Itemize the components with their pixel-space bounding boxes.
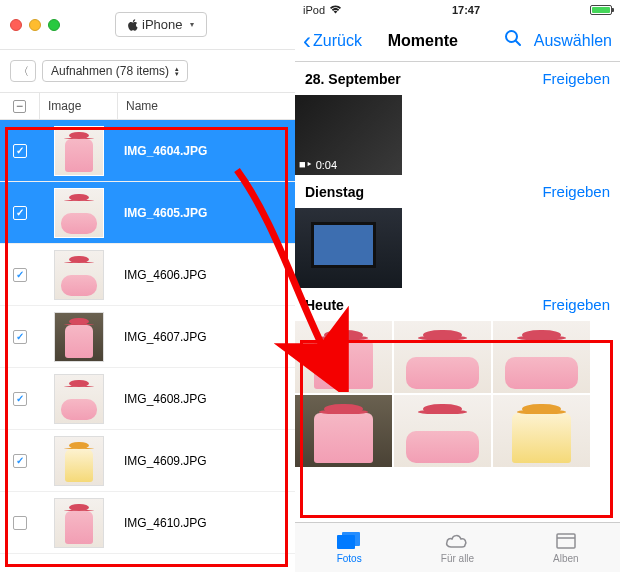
chevron-left-icon: ‹ [303, 29, 311, 53]
table-row[interactable]: IMG_4605.JPG [0, 182, 295, 244]
window-controls [10, 19, 60, 31]
photo-thumbnail[interactable] [295, 321, 392, 393]
tab-albums[interactable]: Alben [512, 523, 620, 572]
svg-line-1 [516, 41, 520, 45]
header-name[interactable]: Name [118, 93, 295, 119]
photo-thumbnail[interactable] [295, 395, 392, 467]
row-checkbox[interactable] [0, 144, 40, 158]
maximize-icon[interactable] [48, 19, 60, 31]
row-thumbnail [40, 250, 118, 300]
share-button[interactable]: Freigeben [542, 70, 610, 87]
row-thumbnail [40, 312, 118, 362]
status-time: 17:47 [342, 4, 590, 16]
svg-rect-3 [342, 532, 360, 546]
tab-shared[interactable]: Für alle [403, 523, 511, 572]
table-row[interactable]: IMG_4606.JPG [0, 244, 295, 306]
row-filename: IMG_4608.JPG [118, 392, 295, 406]
updown-icon: ▴▾ [175, 66, 179, 76]
row-checkbox[interactable] [0, 516, 40, 530]
header-image[interactable]: Image [40, 93, 118, 119]
minimize-icon[interactable] [29, 19, 41, 31]
ios-status-bar: iPod 17:47 [295, 0, 620, 20]
share-button[interactable]: Freigeben [542, 183, 610, 200]
row-thumbnail [40, 188, 118, 238]
row-checkbox[interactable] [0, 268, 40, 282]
table-row[interactable]: IMG_4609.JPG [0, 430, 295, 492]
photo-thumbnail[interactable] [295, 208, 402, 288]
page-title: Momente [342, 32, 504, 50]
chevron-down-icon: ▾ [190, 20, 194, 29]
ios-nav-bar: ‹ Zurück Momente Auswählen [295, 20, 620, 62]
row-checkbox[interactable] [0, 206, 40, 220]
row-filename: IMG_4605.JPG [118, 206, 295, 220]
row-filename: IMG_4604.JPG [118, 144, 295, 158]
video-thumbnail[interactable]: ■‣0:04 [295, 95, 402, 175]
row-checkbox[interactable] [0, 392, 40, 406]
header-checkbox[interactable]: − [0, 93, 40, 119]
video-icon: ■‣ [299, 158, 312, 171]
apple-icon [128, 19, 138, 31]
photo-grid [295, 321, 620, 467]
table-row[interactable]: IMG_4608.JPG [0, 368, 295, 430]
section-title: 28. September [305, 71, 542, 87]
section-header: 28. SeptemberFreigeben [295, 62, 620, 95]
battery-icon [590, 5, 612, 15]
ios-tabbar: Fotos Für alle Alben [295, 522, 620, 572]
tab-label: Alben [553, 553, 579, 564]
table-row[interactable]: IMG_4610.JPG [0, 492, 295, 554]
share-button[interactable]: Freigeben [542, 296, 610, 313]
row-checkbox[interactable] [0, 330, 40, 344]
photo-thumbnail[interactable] [493, 395, 590, 467]
photos-icon [336, 531, 362, 551]
close-icon[interactable] [10, 19, 22, 31]
photo-thumbnail[interactable] [394, 395, 491, 467]
wifi-icon [329, 5, 342, 16]
folder-label: Aufnahmen (78 items) [51, 64, 169, 78]
file-list: IMG_4604.JPGIMG_4605.JPGIMG_4606.JPGIMG_… [0, 120, 295, 554]
back-button[interactable]: 〈 [10, 60, 36, 82]
row-checkbox[interactable] [0, 454, 40, 468]
device-selector[interactable]: iPhone ▾ [115, 12, 207, 37]
section-title: Heute [305, 297, 542, 313]
table-row[interactable]: IMG_4604.JPG [0, 120, 295, 182]
tab-label: Fotos [337, 553, 362, 564]
row-filename: IMG_4607.JPG [118, 330, 295, 344]
row-filename: IMG_4606.JPG [118, 268, 295, 282]
section-title: Dienstag [305, 184, 542, 200]
photo-thumbnail[interactable] [493, 321, 590, 393]
albums-icon [553, 531, 579, 551]
row-thumbnail [40, 126, 118, 176]
photo-thumbnail[interactable] [394, 321, 491, 393]
device-label: iPhone [142, 17, 182, 32]
svg-rect-4 [557, 534, 575, 548]
photos-content: 28. SeptemberFreigeben■‣0:04DienstagFrei… [295, 62, 620, 522]
table-row[interactable]: IMG_4607.JPG [0, 306, 295, 368]
breadcrumb: 〈 Aufnahmen (78 items) ▴▾ [0, 50, 295, 92]
file-browser-panel: iPhone ▾ 〈 Aufnahmen (78 items) ▴▾ − Ima… [0, 0, 295, 572]
section-header: HeuteFreigeben [295, 288, 620, 321]
row-thumbnail [40, 374, 118, 424]
select-button[interactable]: Auswählen [534, 32, 612, 50]
row-filename: IMG_4610.JPG [118, 516, 295, 530]
cloud-icon [444, 531, 470, 551]
tab-photos[interactable]: Fotos [295, 523, 403, 572]
table-header: − Image Name [0, 92, 295, 120]
tab-label: Für alle [441, 553, 474, 564]
folder-selector[interactable]: Aufnahmen (78 items) ▴▾ [42, 60, 188, 82]
row-thumbnail [40, 436, 118, 486]
iphone-panel: iPod 17:47 ‹ Zurück Momente Auswählen 28… [295, 0, 620, 572]
row-thumbnail [40, 498, 118, 548]
search-icon[interactable] [504, 29, 522, 52]
mac-titlebar: iPhone ▾ [0, 0, 295, 50]
section-header: DienstagFreigeben [295, 175, 620, 208]
carrier-label: iPod [303, 4, 325, 16]
video-duration: 0:04 [316, 159, 337, 171]
row-filename: IMG_4609.JPG [118, 454, 295, 468]
